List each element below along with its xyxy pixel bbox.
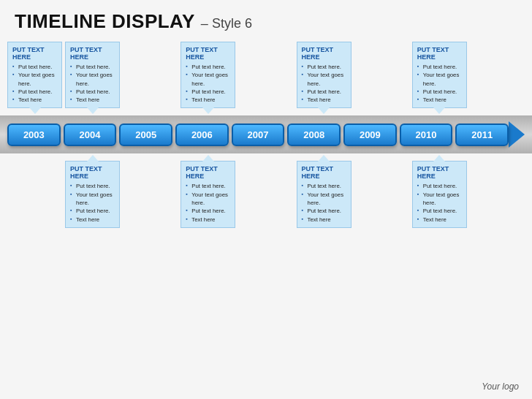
list-item: Put text here. — [186, 182, 230, 190]
list-item: Your text goes here. — [70, 191, 115, 208]
list-item: Your text goes here. — [12, 71, 57, 88]
list-item: Your text goes here. — [186, 191, 230, 208]
top-callouts-row: PUT TEXT HEREPut text here.Your text goe… — [0, 42, 532, 108]
top-slot-1: PUT TEXT HEREPut text here.Your text goe… — [65, 42, 120, 108]
bottom-slot-5: PUT TEXT HEREPut text here.Your text goe… — [297, 161, 352, 227]
list-item: Your text goes here. — [70, 71, 115, 88]
logo: Your logo — [482, 381, 519, 392]
list-item: Text here — [417, 96, 462, 104]
list-item: Text here — [302, 216, 346, 224]
top-callout-title-0: PUT TEXT HERE — [12, 46, 57, 61]
bottom-callout-box-3: PUT TEXT HEREPut text here.Your text goe… — [180, 161, 235, 227]
year-node-2005[interactable]: 2005 — [119, 123, 172, 146]
list-item: Your text goes here. — [417, 71, 462, 88]
list-item: Your text goes here. — [417, 191, 462, 208]
header: TIMELINE DISPLAY – Style 6 — [0, 0, 532, 37]
top-callout-title-3: PUT TEXT HERE — [186, 46, 230, 61]
top-slot-3: PUT TEXT HEREPut text here.Your text goe… — [180, 42, 235, 108]
list-item: Text here — [186, 96, 230, 104]
top-callout-title-7: PUT TEXT HERE — [417, 46, 462, 61]
year-node-2010[interactable]: 2010 — [400, 123, 453, 146]
list-item: Put text here. — [302, 207, 346, 215]
list-item: Put text here. — [302, 63, 346, 71]
list-item: Your text goes here. — [302, 191, 346, 208]
year-node-2003[interactable]: 2003 — [7, 123, 61, 146]
bottom-callout-box-5: PUT TEXT HEREPut text here.Your text goe… — [297, 161, 352, 227]
page: TIMELINE DISPLAY – Style 6 PUT TEXT HERE… — [0, 0, 532, 399]
list-item: Put text here. — [12, 88, 57, 96]
top-slot-5: PUT TEXT HEREPut text here.Your text goe… — [297, 42, 352, 108]
bottom-callout-box-7: PUT TEXT HEREPut text here.Your text goe… — [412, 161, 467, 227]
top-callout-title-5: PUT TEXT HERE — [302, 46, 346, 61]
top-callout-box-3: PUT TEXT HEREPut text here.Your text goe… — [180, 42, 235, 108]
bottom-slot-1: PUT TEXT HEREPut text here.Your text goe… — [65, 161, 120, 227]
top-callout-title-1: PUT TEXT HERE — [70, 46, 115, 61]
list-item: Your text goes here. — [186, 71, 230, 88]
list-item: Put text here. — [12, 63, 57, 71]
list-item: Text here — [70, 216, 115, 224]
top-callout-box-1: PUT TEXT HEREPut text here.Your text goe… — [65, 42, 120, 108]
bottom-callout-box-1: PUT TEXT HEREPut text here.Your text goe… — [65, 161, 120, 227]
list-item: Put text here. — [186, 207, 230, 215]
list-item: Put text here. — [70, 207, 115, 215]
year-node-2008[interactable]: 2008 — [287, 123, 341, 146]
title-sub: – Style 6 — [201, 16, 252, 31]
timeline-bar: 200320042005200620072008200920102011 — [0, 115, 532, 153]
year-node-2007[interactable]: 2007 — [232, 123, 285, 146]
list-item: Your text goes here. — [302, 71, 346, 88]
bottom-callout-title-1: PUT TEXT HERE — [70, 165, 115, 180]
top-slot-7: PUT TEXT HEREPut text here.Your text goe… — [412, 42, 467, 108]
year-node-2004[interactable]: 2004 — [64, 123, 117, 146]
year-nodes-container: 200320042005200620072008200920102011 — [7, 123, 509, 146]
bottom-callout-title-7: PUT TEXT HERE — [417, 165, 462, 180]
timeline-arrow — [509, 121, 525, 148]
year-node-2006[interactable]: 2006 — [175, 123, 229, 146]
list-item: Text here — [417, 216, 462, 224]
list-item: Put text here. — [417, 182, 462, 190]
top-callout-box-7: PUT TEXT HEREPut text here.Your text goe… — [412, 42, 467, 108]
list-item: Put text here. — [70, 88, 115, 96]
top-slot-0: PUT TEXT HEREPut text here.Your text goe… — [7, 42, 62, 108]
list-item: Put text here. — [417, 207, 462, 215]
year-node-2009[interactable]: 2009 — [343, 123, 397, 146]
list-item: Put text here. — [302, 182, 346, 190]
list-item: Put text here. — [70, 63, 115, 71]
bottom-callouts-row: PUT TEXT HEREPut text here.Your text goe… — [0, 161, 532, 227]
bottom-callout-title-5: PUT TEXT HERE — [302, 165, 346, 180]
bottom-slot-7: PUT TEXT HEREPut text here.Your text goe… — [412, 161, 467, 227]
list-item: Put text here. — [70, 182, 115, 190]
list-item: Put text here. — [417, 63, 462, 71]
bottom-callout-title-3: PUT TEXT HERE — [186, 165, 230, 180]
list-item: Text here — [186, 216, 230, 224]
list-item: Put text here. — [417, 88, 462, 96]
list-item: Put text here. — [186, 63, 230, 71]
year-node-2011[interactable]: 2011 — [455, 123, 509, 146]
top-callout-box-0: PUT TEXT HEREPut text here.Your text goe… — [7, 42, 62, 108]
bottom-slot-3: PUT TEXT HEREPut text here.Your text goe… — [180, 161, 235, 227]
list-item: Put text here. — [302, 88, 346, 96]
list-item: Text here — [302, 96, 346, 104]
list-item: Text here — [12, 96, 57, 104]
title-main: TIMELINE DISPLAY — [15, 10, 195, 33]
list-item: Text here — [70, 96, 115, 104]
top-callout-box-5: PUT TEXT HEREPut text here.Your text goe… — [297, 42, 352, 108]
list-item: Put text here. — [186, 88, 230, 96]
